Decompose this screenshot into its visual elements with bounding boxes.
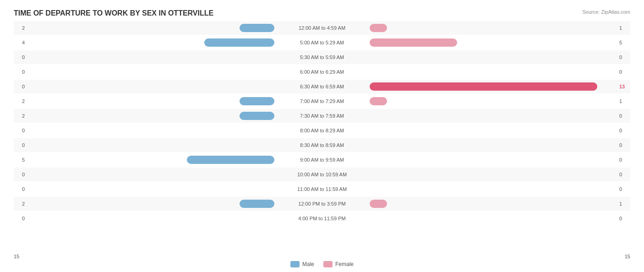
time-label: 12:00 AM to 4:59 AM [276, 25, 368, 31]
time-label: 12:00 PM to 3:59 PM [276, 201, 368, 207]
time-label: 5:00 AM to 5:29 AM [276, 40, 368, 45]
male-bar-container [27, 169, 276, 180]
male-bar-container [27, 184, 276, 194]
table-row: 0 6:00 AM to 6:29 AM 0 [14, 65, 630, 79]
male-bar-container [27, 213, 276, 223]
table-row: 0 4:00 PM to 11:59 PM 0 [14, 212, 630, 225]
female-bar [370, 38, 457, 47]
axis-bottom: 15 15 [14, 252, 630, 259]
chart-title: TIME OF DEPARTURE TO WORK BY SEX IN OTTE… [14, 9, 630, 17]
male-bar-container [27, 96, 276, 106]
male-bar-container [27, 111, 276, 121]
table-row: 0 10:00 AM to 10:59 AM 0 [14, 168, 630, 181]
axis-left-val: 15 [14, 254, 19, 259]
time-label: 10:00 AM to 10:59 AM [276, 172, 368, 177]
time-label: 8:00 AM to 8:29 AM [276, 128, 368, 133]
female-bar-container [368, 67, 617, 77]
female-bar [370, 97, 387, 105]
bottom-area: 15 15 Male Female [14, 250, 630, 267]
right-value: 1 [617, 98, 630, 104]
female-bar-container [368, 184, 617, 194]
time-label: 5:30 AM to 5:59 AM [276, 54, 368, 60]
right-value: 0 [617, 54, 630, 60]
right-value: 0 [617, 172, 630, 177]
male-bar-container [27, 125, 276, 136]
female-swatch [323, 261, 333, 267]
female-bar-container [368, 199, 617, 209]
left-value: 2 [14, 201, 27, 207]
left-value: 0 [14, 84, 27, 89]
table-row: 2 7:00 AM to 7:29 AM 1 [14, 94, 630, 108]
left-value: 0 [14, 142, 27, 148]
right-value: 0 [617, 142, 630, 148]
table-row: 0 5:30 AM to 5:59 AM 0 [14, 50, 630, 64]
table-row: 0 8:00 AM to 8:29 AM 0 [14, 124, 630, 137]
male-bar-container [27, 199, 276, 209]
male-bar-container [27, 155, 276, 165]
time-label: 6:30 AM to 6:59 AM [276, 84, 368, 89]
female-bar [370, 82, 597, 91]
male-bar-container [27, 67, 276, 77]
right-value: 0 [617, 157, 630, 163]
right-value: 1 [617, 201, 630, 207]
time-label: 4:00 PM to 11:59 PM [276, 216, 368, 221]
female-bar-container [368, 82, 617, 92]
right-value: 13 [617, 84, 630, 89]
axis-right-val: 15 [625, 254, 630, 259]
female-bar-container [368, 169, 617, 180]
male-bar-container [27, 38, 276, 48]
female-bar-container [368, 38, 617, 48]
chart-container: TIME OF DEPARTURE TO WORK BY SEX IN OTTE… [0, 0, 644, 272]
left-value: 2 [14, 25, 27, 31]
female-bar-container [368, 140, 617, 150]
male-bar [187, 156, 274, 164]
left-value: 0 [14, 128, 27, 133]
male-bar-container [27, 82, 276, 92]
time-label: 6:00 AM to 6:29 AM [276, 69, 368, 75]
male-label: Male [302, 261, 314, 267]
time-label: 9:00 AM to 9:59 AM [276, 157, 368, 163]
time-label: 7:00 AM to 7:29 AM [276, 98, 368, 104]
right-value: 5 [617, 40, 630, 45]
male-bar [204, 38, 274, 47]
table-row: 0 6:30 AM to 6:59 AM 13 [14, 80, 630, 93]
table-row: 4 5:00 AM to 5:29 AM 5 [14, 36, 630, 49]
table-row: 2 12:00 AM to 4:59 AM 1 [14, 21, 630, 35]
female-bar [370, 200, 387, 208]
table-row: 0 8:30 AM to 8:59 AM 0 [14, 138, 630, 152]
chart-area: 2 12:00 AM to 4:59 AM 1 4 5:00 AM to 5:2… [14, 21, 630, 229]
legend-male: Male [290, 261, 314, 267]
male-bar-container [27, 52, 276, 62]
table-row: 2 7:30 AM to 7:59 AM 0 [14, 109, 630, 123]
male-bar [240, 200, 274, 208]
right-value: 0 [617, 186, 630, 192]
legend-female: Female [323, 261, 354, 267]
legend: Male Female [14, 261, 630, 267]
left-value: 0 [14, 216, 27, 221]
female-bar-container [368, 111, 617, 121]
female-label: Female [335, 261, 354, 267]
male-bar [240, 24, 274, 32]
left-value: 2 [14, 113, 27, 119]
right-value: 0 [617, 128, 630, 133]
female-bar [370, 24, 387, 32]
male-bar [240, 112, 274, 120]
female-bar-container [368, 52, 617, 62]
male-swatch [290, 261, 300, 267]
female-bar-container [368, 213, 617, 223]
male-bar-container [27, 23, 276, 33]
table-row: 5 9:00 AM to 9:59 AM 0 [14, 153, 630, 167]
left-value: 0 [14, 172, 27, 177]
time-label: 11:00 AM to 11:59 AM [276, 186, 368, 192]
time-label: 7:30 AM to 7:59 AM [276, 113, 368, 119]
male-bar [240, 97, 274, 105]
time-label: 8:30 AM to 8:59 AM [276, 142, 368, 148]
left-value: 0 [14, 69, 27, 75]
female-bar-container [368, 96, 617, 106]
left-value: 5 [14, 157, 27, 163]
left-value: 0 [14, 54, 27, 60]
left-value: 0 [14, 186, 27, 192]
table-row: 0 11:00 AM to 11:59 AM 0 [14, 182, 630, 196]
female-bar-container [368, 23, 617, 33]
right-value: 0 [617, 69, 630, 75]
